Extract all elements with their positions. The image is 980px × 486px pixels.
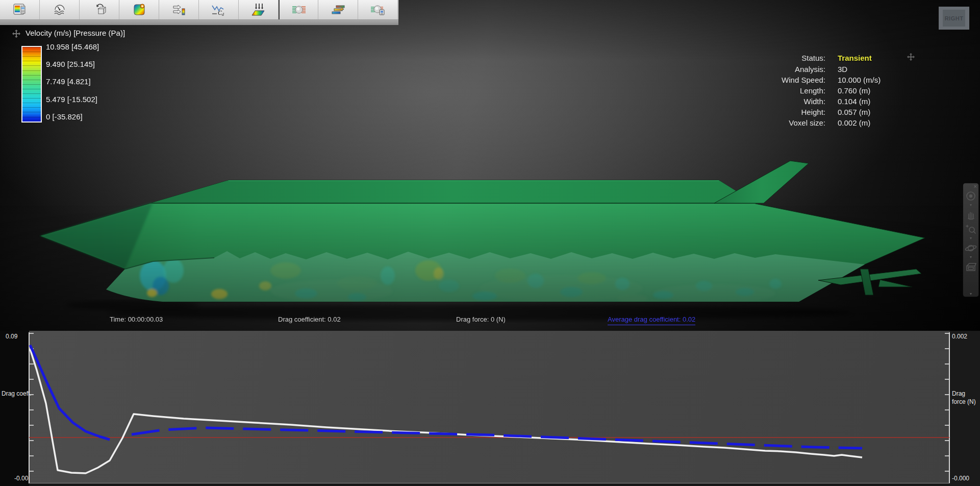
iso-surface-icon[interactable]	[279, 0, 318, 19]
chevron-down-icon[interactable]: ▾	[970, 203, 972, 207]
navbar-close-icon[interactable]: ×	[974, 184, 977, 189]
toolbar-lower-strip	[0, 20, 398, 25]
status-label: Voxel size:	[760, 118, 825, 127]
status-value: Transient	[838, 54, 872, 62]
status-value: 3D	[838, 65, 847, 74]
legend-entry: 5.479 [-15.502]	[46, 95, 97, 104]
viewport-vignette	[0, 0, 980, 331]
view-cube-face[interactable]: RIGHT	[943, 10, 965, 27]
chevron-down-icon[interactable]: ▾	[970, 236, 972, 240]
average-drag-coefficient-link[interactable]: Average drag coefficient: 0.02	[608, 315, 695, 325]
inflow-plane-icon[interactable]	[239, 0, 279, 19]
status-label: Wind Speed:	[760, 76, 825, 84]
pan-hand-icon[interactable]	[964, 208, 977, 222]
status-label: Length:	[760, 86, 825, 95]
results-window-icon[interactable]	[0, 0, 40, 19]
status-value: 0.002 (m)	[838, 118, 870, 127]
status-label: Width:	[760, 97, 825, 106]
3d-viewport[interactable]	[0, 0, 980, 331]
legend-entry: 10.958 [45.468]	[46, 42, 99, 51]
legend-entry: 0 [-35.826]	[46, 112, 83, 121]
main-toolbar: C d	[0, 0, 398, 20]
status-value: 0.104 (m)	[838, 97, 870, 106]
flow-design-app: C d	[0, 0, 980, 486]
navbar-customize-icon[interactable]: ▾	[970, 292, 972, 296]
view-cube[interactable]: RIGHT	[939, 7, 969, 30]
view-cube-label: RIGHT	[945, 15, 964, 21]
legend-title: Velocity (m/s) [Pressure (Pa)]	[26, 29, 125, 37]
wind-tunnel-icon[interactable]	[40, 0, 80, 19]
drag-plot-icon[interactable]: C d	[199, 0, 239, 19]
navigation-bar: × ▾ ▾ ▾ ▾	[963, 183, 979, 297]
legend-entry: 7.749 [4.821]	[46, 77, 91, 86]
status-value: 10.000 (m/s)	[838, 76, 881, 84]
look-at-view-icon[interactable]	[964, 260, 977, 274]
legend-move-icon[interactable]	[12, 30, 20, 38]
zoom-icon[interactable]	[964, 223, 977, 236]
legend-entry: 9.490 [25.145]	[46, 60, 95, 68]
drag-coefficient-readout: Drag coefficient: 0.02	[278, 315, 341, 325]
navigation-wheel-icon[interactable]	[964, 189, 977, 203]
surface-pressure-icon[interactable]	[119, 0, 159, 19]
svg-text:d: d	[222, 12, 224, 17]
chart-series-lines	[0, 331, 980, 486]
legend-color-bar	[21, 46, 42, 123]
status-value: 0.057 (m)	[838, 108, 870, 116]
chevron-down-icon[interactable]: ▾	[970, 255, 972, 259]
status-label: Status:	[760, 54, 825, 62]
time-readout: Time: 00:00:00.03	[110, 315, 163, 325]
rotate-model-icon[interactable]	[80, 0, 119, 19]
flow-lines-icon[interactable]	[159, 0, 199, 19]
status-label: Height:	[760, 108, 825, 116]
drag-force-readout: Drag force: 0 (N)	[456, 315, 506, 325]
status-label: Analysis:	[760, 65, 825, 74]
section-planes-icon[interactable]	[318, 0, 358, 19]
render-sphere-icon[interactable]	[358, 0, 398, 19]
status-value: 0.760 (m)	[838, 86, 870, 95]
drag-history-chart: 0.09 Drag coeff. -0.00 0.002 Drag force …	[0, 331, 980, 486]
orbit-icon[interactable]	[964, 241, 977, 255]
